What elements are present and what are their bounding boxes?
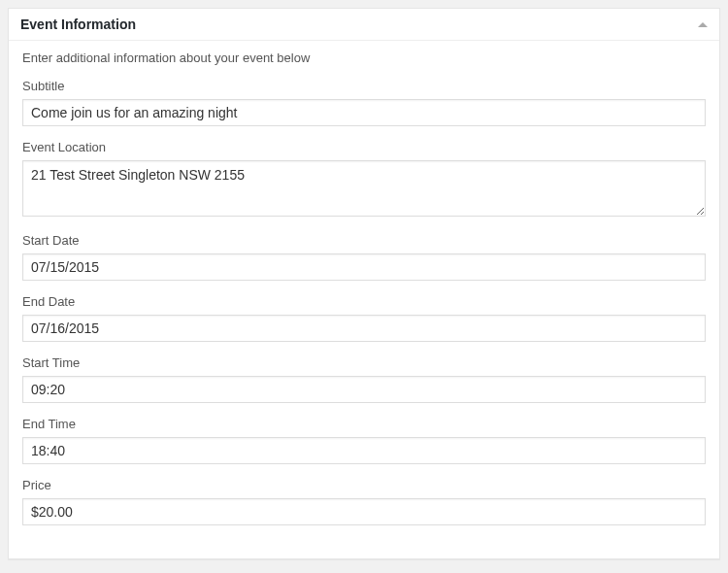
field-group-end-date: End Date [22, 294, 706, 342]
subtitle-label: Subtitle [22, 79, 706, 93]
event-location-input[interactable] [22, 160, 706, 217]
metabox-header[interactable]: Event Information [9, 9, 719, 41]
price-label: Price [22, 478, 706, 492]
field-group-start-time: Start Time [22, 355, 706, 403]
collapse-toggle-icon[interactable] [698, 22, 708, 27]
end-date-input[interactable] [22, 315, 706, 342]
field-group-subtitle: Subtitle [22, 79, 706, 126]
field-group-start-date: Start Date [22, 233, 706, 281]
price-input[interactable] [22, 498, 706, 525]
event-information-metabox: Event Information Enter additional infor… [8, 8, 720, 559]
start-date-input[interactable] [22, 253, 706, 281]
metabox-description: Enter additional information about your … [22, 51, 706, 65]
end-date-label: End Date [22, 294, 706, 309]
metabox-body: Enter additional information about your … [9, 41, 719, 558]
field-group-end-time: End Time [22, 417, 706, 464]
event-location-label: Event Location [22, 140, 706, 154]
start-time-input[interactable] [22, 376, 706, 403]
start-date-label: Start Date [22, 233, 706, 248]
field-group-event-location: Event Location [22, 140, 706, 219]
end-time-label: End Time [22, 417, 706, 431]
field-group-price: Price [22, 478, 706, 525]
metabox-title: Event Information [20, 17, 136, 32]
subtitle-input[interactable] [22, 99, 706, 126]
end-time-input[interactable] [22, 437, 706, 464]
start-time-label: Start Time [22, 355, 706, 370]
